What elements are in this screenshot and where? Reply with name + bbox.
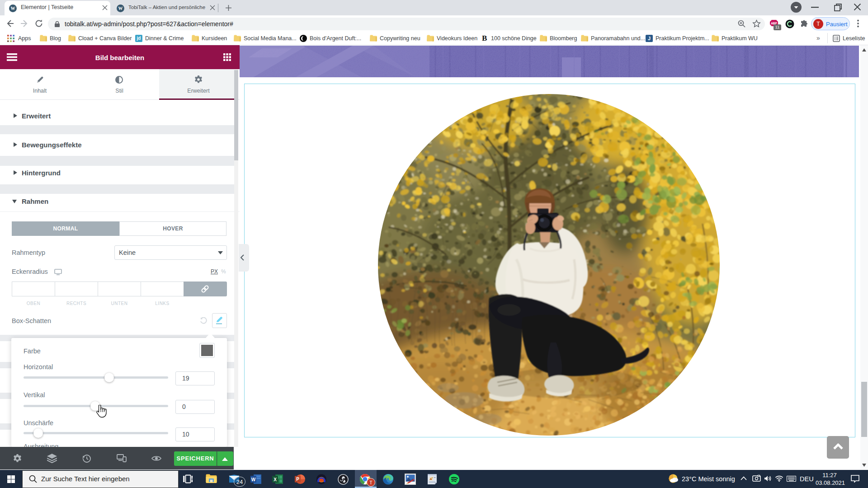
svg-text:X: X	[274, 477, 277, 482]
svg-text:W: W	[251, 477, 256, 482]
svg-text:W: W	[118, 6, 123, 11]
svg-text:P: P	[296, 477, 299, 482]
svg-text:W: W	[11, 6, 15, 11]
